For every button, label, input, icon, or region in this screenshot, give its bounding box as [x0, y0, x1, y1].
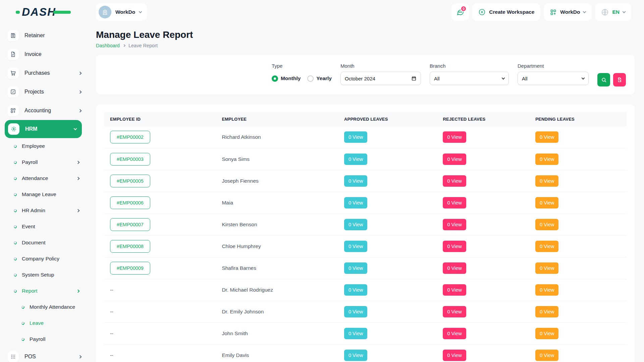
- table-row: #EMP00003 Sonya Sims 0 View 0 View 0 Vie…: [104, 148, 627, 170]
- sidebar-item-payroll[interactable]: Payroll: [0, 331, 87, 347]
- calendar-icon: [411, 76, 417, 81]
- pending-leaves-badge[interactable]: 0 View: [535, 175, 558, 187]
- branch-select[interactable]: All: [430, 72, 509, 85]
- sidebar-item-attendance[interactable]: Attendance: [0, 170, 87, 186]
- sidebar-item-retainer[interactable]: Retainer: [0, 26, 87, 45]
- employee-id[interactable]: #EMP00008: [110, 240, 150, 253]
- sidebar-item-monthly-attendance[interactable]: Monthly Attendance: [0, 299, 87, 315]
- rejected-leaves-badge[interactable]: 0 View: [443, 306, 466, 317]
- chevron-down-icon: [583, 10, 586, 13]
- sidebar-item-projects[interactable]: Projects: [0, 82, 87, 101]
- sidebar-item-company-policy[interactable]: Company Policy: [0, 251, 87, 267]
- workspace-menu-button[interactable]: WorkDo: [544, 3, 592, 21]
- type-monthly-option[interactable]: Monthly: [272, 75, 301, 82]
- radio-checked-icon[interactable]: [272, 75, 278, 82]
- sidebar-item-accounting[interactable]: Accounting: [0, 101, 87, 120]
- employee-id[interactable]: #EMP00005: [110, 175, 150, 187]
- hrm-target-icon: [8, 123, 19, 135]
- sidebar-item-hrm[interactable]: HRM: [5, 120, 82, 138]
- employee-id[interactable]: --: [110, 287, 113, 293]
- sidebar-item-pos[interactable]: POS: [0, 347, 87, 362]
- pending-leaves-badge[interactable]: 0 View: [535, 262, 558, 274]
- employee-id[interactable]: #EMP00007: [110, 218, 150, 231]
- employee-id[interactable]: #EMP00006: [110, 196, 150, 209]
- page-title: Manage Leave Report: [96, 29, 635, 40]
- sidebar-item-invoice[interactable]: Invoice: [0, 45, 87, 64]
- employee-id[interactable]: --: [110, 331, 113, 336]
- approved-leaves-badge[interactable]: 0 View: [344, 197, 367, 208]
- sidebar-item-manage-leave[interactable]: Manage Leave: [0, 186, 87, 202]
- employee-name: John Smith: [222, 330, 248, 336]
- rejected-leaves-badge[interactable]: 0 View: [443, 175, 466, 187]
- type-yearly-option[interactable]: Yearly: [307, 75, 332, 82]
- employee-id[interactable]: #EMP00009: [110, 262, 150, 275]
- employee-id[interactable]: --: [110, 353, 113, 358]
- language-selector[interactable]: EN: [595, 3, 631, 21]
- bullet-icon: [13, 257, 17, 260]
- table-row: #EMP00009 Shafira Barnes 0 View 0 View 0…: [104, 257, 627, 279]
- breadcrumb-current: Leave Report: [128, 43, 158, 48]
- messages-button[interactable]: 0: [451, 3, 469, 21]
- radio-unchecked-icon[interactable]: [307, 75, 314, 82]
- approved-leaves-badge[interactable]: 0 View: [344, 154, 367, 165]
- employee-id[interactable]: #EMP00003: [110, 153, 150, 166]
- sidebar-item-hr-admin[interactable]: HR Admin: [0, 202, 87, 219]
- rejected-leaves-badge[interactable]: 0 View: [443, 241, 466, 252]
- pending-leaves-badge[interactable]: 0 View: [535, 131, 558, 143]
- approved-leaves-badge[interactable]: 0 View: [344, 262, 367, 274]
- rejected-leaves-badge[interactable]: 0 View: [443, 328, 466, 339]
- grid-plus-icon: [550, 9, 557, 16]
- sidebar-item-document[interactable]: Document: [0, 235, 87, 251]
- approved-leaves-badge[interactable]: 0 View: [344, 350, 367, 361]
- chevron-right-icon: [76, 209, 80, 212]
- approved-leaves-badge[interactable]: 0 View: [344, 284, 367, 296]
- rejected-leaves-badge[interactable]: 0 View: [443, 197, 466, 208]
- approved-leaves-badge[interactable]: 0 View: [344, 175, 367, 187]
- employee-id[interactable]: --: [110, 309, 113, 314]
- logo-zone: DASH: [0, 6, 87, 18]
- department-select[interactable]: All: [518, 72, 589, 85]
- sidebar-item-payroll[interactable]: Payroll: [0, 154, 87, 170]
- rejected-leaves-badge[interactable]: 0 View: [443, 219, 466, 230]
- rejected-leaves-badge[interactable]: 0 View: [443, 284, 466, 296]
- approved-leaves-badge[interactable]: 0 View: [344, 328, 367, 339]
- pending-leaves-badge[interactable]: 0 View: [535, 197, 558, 208]
- create-workspace-button[interactable]: Create Workspace: [472, 3, 540, 21]
- sidebar-item-label: Document: [22, 240, 46, 246]
- sidebar-item-system-setup[interactable]: System Setup: [0, 267, 87, 283]
- dash-logo[interactable]: DASH: [16, 6, 71, 18]
- pending-leaves-badge[interactable]: 0 View: [535, 306, 558, 317]
- breadcrumb-dashboard-link[interactable]: Dashboard: [96, 43, 120, 48]
- sidebar-item-employee[interactable]: Employee: [0, 138, 87, 154]
- approved-leaves-badge[interactable]: 0 View: [344, 306, 367, 317]
- rejected-leaves-badge[interactable]: 0 View: [443, 350, 466, 361]
- sidebar-item-report[interactable]: Report: [0, 283, 87, 299]
- rejected-leaves-badge[interactable]: 0 View: [443, 262, 466, 274]
- employee-name: Chloe Humphrey: [222, 243, 261, 249]
- chevron-down-icon: [139, 10, 142, 13]
- sidebar-item-leave[interactable]: Leave: [0, 315, 87, 331]
- type-label: Type: [272, 63, 332, 69]
- pending-leaves-badge[interactable]: 0 View: [535, 241, 558, 252]
- pending-leaves-badge[interactable]: 0 View: [535, 219, 558, 230]
- employee-id[interactable]: #EMP00002: [110, 131, 150, 143]
- sidebar-item-event[interactable]: Event: [0, 219, 87, 235]
- search-button[interactable]: [597, 73, 610, 86]
- rejected-leaves-badge[interactable]: 0 View: [443, 131, 466, 143]
- pending-leaves-badge[interactable]: 0 View: [535, 350, 558, 361]
- pending-leaves-badge[interactable]: 0 View: [535, 154, 558, 165]
- pending-leaves-badge[interactable]: 0 View: [535, 284, 558, 296]
- pending-leaves-badge[interactable]: 0 View: [535, 328, 558, 339]
- type-radio-row: Monthly Yearly: [272, 72, 332, 85]
- sidebar-item-label: Projects: [24, 89, 44, 95]
- sidebar-item-purchases[interactable]: Purchases: [0, 64, 87, 82]
- approved-leaves-badge[interactable]: 0 View: [344, 219, 367, 230]
- rejected-leaves-badge[interactable]: 0 View: [443, 154, 466, 165]
- plus-circle-icon: [478, 8, 486, 16]
- workspace-menu-label: WorkDo: [560, 9, 580, 15]
- approved-leaves-badge[interactable]: 0 View: [344, 131, 367, 143]
- workspace-selector[interactable]: WorkDo: [96, 3, 147, 21]
- month-input[interactable]: October 2024: [340, 72, 421, 85]
- reset-button[interactable]: [613, 73, 626, 86]
- approved-leaves-badge[interactable]: 0 View: [344, 241, 367, 252]
